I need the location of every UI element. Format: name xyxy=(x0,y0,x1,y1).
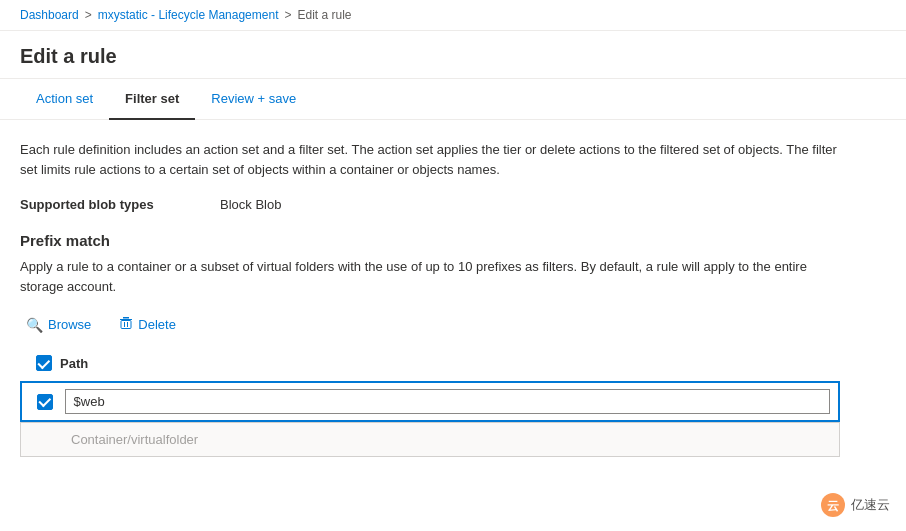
prefix-match-description: Apply a rule to a container or a subset … xyxy=(20,257,840,296)
breadcrumb-current: Edit a rule xyxy=(297,8,351,22)
trash-icon xyxy=(119,316,133,333)
prefix-match-section: Prefix match Apply a rule to a container… xyxy=(20,232,840,457)
header-checkbox-cell[interactable] xyxy=(28,355,60,371)
blob-types-value: Block Blob xyxy=(220,197,281,212)
page-header: Edit a rule xyxy=(0,31,906,79)
browse-button[interactable]: 🔍 Browse xyxy=(20,313,97,337)
path-input-value: $web xyxy=(74,394,821,409)
action-bar: 🔍 Browse Delete xyxy=(20,312,840,337)
row-checkbox[interactable] xyxy=(37,394,53,410)
svg-rect-3 xyxy=(124,322,125,327)
table-header: Path xyxy=(20,349,840,377)
placeholder-text: Container/virtualfolder xyxy=(65,429,204,450)
page-title: Edit a rule xyxy=(20,45,886,68)
blob-types-row: Supported blob types Block Blob xyxy=(20,197,840,212)
svg-rect-4 xyxy=(127,322,128,327)
svg-rect-2 xyxy=(121,321,131,329)
tab-filter-set[interactable]: Filter set xyxy=(109,79,195,120)
blob-types-label: Supported blob types xyxy=(20,197,220,212)
breadcrumb-sep-2: > xyxy=(284,8,291,22)
path-row-inner: $web xyxy=(22,383,838,420)
breadcrumb-sep-1: > xyxy=(85,8,92,22)
delete-label: Delete xyxy=(138,317,176,332)
filter-set-description: Each rule definition includes an action … xyxy=(20,140,840,179)
content-area: Each rule definition includes an action … xyxy=(0,120,860,477)
svg-rect-0 xyxy=(120,319,132,320)
row-checkbox-cell[interactable] xyxy=(30,394,61,410)
breadcrumb: Dashboard > mxystatic - Lifecycle Manage… xyxy=(0,0,906,31)
path-column-header: Path xyxy=(60,356,88,371)
header-checkbox[interactable] xyxy=(36,355,52,371)
tab-review-save[interactable]: Review + save xyxy=(195,79,312,120)
path-input-container[interactable]: $web xyxy=(65,389,830,414)
svg-rect-1 xyxy=(123,317,129,319)
tab-action-set[interactable]: Action set xyxy=(20,79,109,120)
search-icon: 🔍 xyxy=(26,317,43,333)
placeholder-row[interactable]: Container/virtualfolder xyxy=(20,422,840,457)
path-row-selected[interactable]: $web xyxy=(20,381,840,422)
delete-button[interactable]: Delete xyxy=(113,312,182,337)
prefix-match-title: Prefix match xyxy=(20,232,840,249)
breadcrumb-dashboard[interactable]: Dashboard xyxy=(20,8,79,22)
tabs-bar: Action set Filter set Review + save xyxy=(0,79,906,120)
breadcrumb-lifecycle[interactable]: mxystatic - Lifecycle Management xyxy=(98,8,279,22)
browse-label: Browse xyxy=(48,317,91,332)
